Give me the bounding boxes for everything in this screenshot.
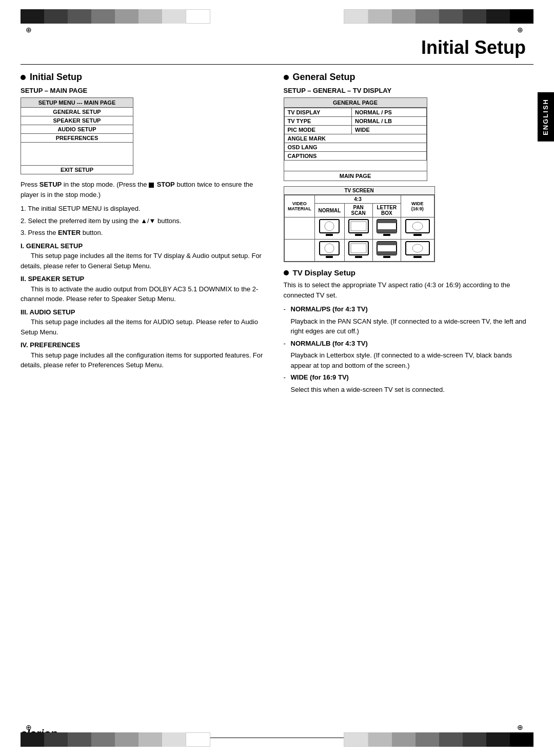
svg-rect-10 <box>406 220 429 233</box>
right-column: General Setup SETUP – GENERAL – TV DISPL… <box>284 72 531 397</box>
general-page-box: GENERAL PAGE TV DISPLAY NORMAL / PS TV T… <box>284 97 427 181</box>
setup-general-tv-subheading: SETUP – GENERAL – TV DISPLAY <box>284 87 531 94</box>
tv-pan-scan-icon <box>348 218 369 237</box>
dash-main-wide: WIDE (for 16:9 TV) <box>291 373 349 381</box>
setup-main-page-subheading: SETUP – MAIN PAGE <box>21 87 268 94</box>
roman-body-IV: This setup page includes all the configu… <box>21 351 263 369</box>
dash-marker: - <box>284 304 291 314</box>
roman-section-III: III. AUDIO SETUP This setup page include… <box>21 307 268 337</box>
svg-rect-22 <box>383 256 390 258</box>
dash-content-wide: WIDE (for 16:9 TV) <box>291 372 531 383</box>
tv-letter-box-icon2 <box>376 241 398 259</box>
tv-display-value: NORMAL / PS <box>352 108 426 117</box>
tv-pan-scan-cell2 <box>344 240 372 262</box>
tv-display-label: TV DISPLAY <box>284 108 352 117</box>
tv-pan-scan-cell <box>344 217 372 240</box>
tv-letter-box-cell2 <box>372 240 401 262</box>
tv-display-intro: This is to select the appropriate TV asp… <box>284 280 531 300</box>
svg-rect-8 <box>377 229 397 233</box>
svg-rect-2 <box>326 234 333 236</box>
general-bottom-main-page: MAIN PAGE <box>284 171 427 181</box>
bullet-icon-tv <box>284 270 289 275</box>
roman-heading-I: I. GENERAL SETUP <box>21 242 83 250</box>
roman-heading-IV: IV. PREFERENCES <box>21 341 80 349</box>
roman-body-I: This setup page includes all the items f… <box>21 252 262 270</box>
svg-rect-5 <box>355 234 362 236</box>
table-row: CAPTIONS <box>284 152 426 161</box>
video-material-label: VIDEOMATERIAL <box>284 195 315 217</box>
tv-screen-title: TV SCREEN <box>284 187 434 195</box>
menu-title: SETUP MENU --- MAIN PAGE <box>21 98 133 108</box>
svg-rect-21 <box>377 251 397 255</box>
svg-rect-20 <box>377 242 397 245</box>
color-bar-bottom-left <box>21 732 210 747</box>
table-row: ANGLE MARK <box>284 134 426 143</box>
tv-type-value: NORMAL / LB <box>352 117 426 126</box>
tv-wide-cell <box>401 217 434 240</box>
crosshair-tr: ⊕ <box>517 26 523 34</box>
step-3: 3. Press the ENTER button. <box>21 228 268 238</box>
menu-item-exit[interactable]: EXIT SETUP <box>21 165 133 174</box>
setup-main-menu-box: SETUP MENU --- MAIN PAGE GENERAL SETUP S… <box>21 97 133 174</box>
table-row: OSD LANG <box>284 143 426 152</box>
menu-item-audio[interactable]: AUDIO SETUP <box>21 125 133 134</box>
dash-marker3: - <box>284 372 291 383</box>
captions-label: CAPTIONS <box>284 152 426 161</box>
roman-section-IV: IV. PREFERENCES This setup page includes… <box>21 340 268 370</box>
dash-item-normal-lb: - NORMAL/LB (for 4:3 TV) <box>284 339 531 349</box>
tv-normal-cell <box>315 217 344 240</box>
roman-heading-II: II. SPEAKER SETUP <box>21 275 84 283</box>
dash-list: - NORMAL/PS (for 4:3 TV) Playback in the… <box>284 304 531 394</box>
dash-sub-normal-lb: Playback in Letterbox style. (If connect… <box>291 350 531 370</box>
tv-pan-scan-icon2 <box>348 241 369 259</box>
tv-wide-icon <box>405 218 430 237</box>
ratio-43-header: 4:3 <box>315 195 401 204</box>
table-row: TV TYPE NORMAL / LB <box>284 117 426 126</box>
svg-rect-4 <box>351 222 366 231</box>
tv-wide-icon2 <box>405 241 430 259</box>
svg-rect-12 <box>413 234 422 236</box>
crosshair-tl: ⊕ <box>26 26 32 34</box>
color-bar-bottom-right <box>344 732 533 747</box>
page-content: Initial Setup SETUP – MAIN PAGE SETUP ME… <box>21 67 531 725</box>
tv-normal-icon <box>319 218 340 237</box>
tv-type-label: TV TYPE <box>284 117 352 126</box>
dash-item-normal-ps: - NORMAL/PS (for 4:3 TV) <box>284 304 531 314</box>
table-row: TV DISPLAY NORMAL / PS <box>284 108 426 117</box>
menu-item-preferences[interactable]: PREFERENCES <box>21 134 133 143</box>
svg-rect-23 <box>406 242 429 255</box>
svg-point-14 <box>325 244 334 253</box>
tv-letter-box-cell <box>372 217 401 240</box>
initial-setup-heading: Initial Setup <box>21 72 268 83</box>
roman-section-I: I. GENERAL SETUP This setup page include… <box>21 241 268 271</box>
menu-item-speaker[interactable]: SPEAKER SETUP <box>21 116 133 125</box>
general-setup-heading: General Setup <box>284 72 531 83</box>
tv-normal-cell2 <box>315 240 344 262</box>
letter-box-header: LETTERBOX <box>372 204 401 217</box>
table-row: PIC MODE WIDE <box>284 126 426 134</box>
menu-item-general[interactable]: GENERAL SETUP <box>21 108 133 116</box>
svg-rect-9 <box>383 234 390 236</box>
svg-rect-17 <box>351 244 366 253</box>
svg-rect-15 <box>326 256 333 258</box>
dash-content-normal-lb: NORMAL/LB (for 4:3 TV) <box>291 339 531 349</box>
tv-screen-diagram: TV SCREEN VIDEOMATERIAL 4:3 WIDE(16:9) N… <box>284 186 435 262</box>
step-1: 1. The initial SETUP MENU is displayed. <box>21 204 268 214</box>
color-bar-top <box>21 9 210 24</box>
bullet-icon <box>21 75 26 80</box>
table-row-tv-icons-bottom <box>284 240 434 262</box>
svg-point-1 <box>325 222 334 231</box>
bullet-icon-right <box>284 75 289 80</box>
pan-scan-header: PANSCAN <box>344 204 372 217</box>
tv-letter-box-icon <box>376 218 398 237</box>
svg-rect-7 <box>377 220 397 223</box>
dash-sub-wide: Select this when a wide-screen TV set is… <box>291 385 531 395</box>
left-column: Initial Setup SETUP – MAIN PAGE SETUP ME… <box>21 72 268 397</box>
video-material-cell <box>284 217 315 240</box>
language-tab: ENGLISH <box>538 92 554 142</box>
pic-mode-value: WIDE <box>352 126 426 134</box>
roman-heading-III: III. AUDIO SETUP <box>21 308 75 316</box>
color-bar-top-right <box>344 9 533 24</box>
title-rule <box>21 64 533 65</box>
roman-body-III: This setup page includes all the items f… <box>21 318 258 336</box>
